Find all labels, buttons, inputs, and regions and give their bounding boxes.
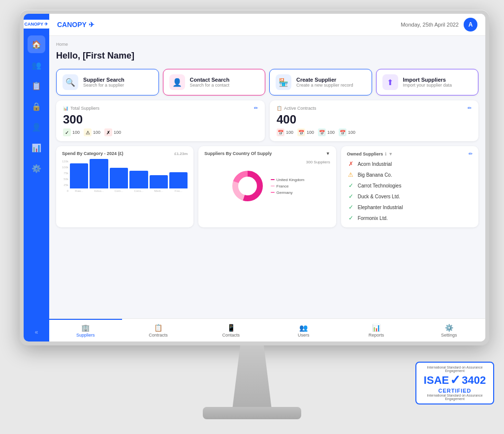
sidebar-item-documents[interactable]: 📋 — [28, 77, 45, 94]
bar-raw-label: Raw... — [75, 189, 83, 192]
calendar-icon-1: 📅 — [277, 128, 284, 136]
create-supplier-subtitle: Create a new supplier record — [296, 83, 353, 88]
supplier-badge-green: ✓ 100 — [63, 128, 80, 136]
user-avatar[interactable]: A — [464, 18, 477, 31]
sidebar-item-analytics[interactable]: 📊 — [28, 139, 45, 156]
bottom-nav: 🏢 Suppliers 📋 Contracts 📱 Contacts 👥 Use… — [49, 318, 485, 341]
sidebar-collapse-button[interactable]: « — [35, 329, 38, 336]
contact-search-card[interactable]: 👤 Contact Search Search for a contact — [163, 69, 266, 95]
page-title: Hello, [First Name] — [56, 51, 478, 61]
active-contracts-label: 📋 Active Contracts — [277, 106, 316, 111]
supplier-item-duck[interactable]: ✓ Duck & Covers Ltd. — [347, 192, 472, 201]
create-supplier-title: Create Supplier — [296, 77, 353, 83]
supplier-warning-icon: ⚠ — [347, 171, 355, 178]
create-supplier-icon: 🏪 — [276, 74, 291, 90]
contact-search-subtitle: Search for a contact — [190, 83, 230, 88]
settings-nav-icon: ⚙️ — [445, 324, 453, 332]
bar-com-fill — [110, 168, 128, 188]
nav-item-users[interactable]: 👥 Users — [267, 319, 340, 341]
supplier-search-subtitle: Search for a supplier — [83, 83, 125, 88]
legend-france: France — [271, 184, 305, 188]
active-contracts-value: 400 — [277, 113, 472, 126]
contract-badge-3: 📅 100 — [318, 128, 335, 136]
bar-chart-y-axis: 120k 100k 75k 50k 25k 0 — [62, 160, 70, 199]
sidebar-item-home[interactable]: 🏠 — [28, 35, 45, 53]
isae-text: ISAE — [424, 374, 449, 387]
sidebar-item-security[interactable]: 🔒 — [28, 97, 45, 115]
active-contracts-edit-button[interactable]: ✏ — [468, 105, 472, 111]
nav-item-reports[interactable]: 📊 Reports — [340, 319, 413, 341]
supplier-item-carrot[interactable]: ✓ Carrot Technologies — [347, 181, 472, 190]
active-contracts-card: 📋 Active Contracts ✏ 400 📅 100 — [270, 100, 478, 141]
bar-foo-fill — [169, 172, 188, 188]
supplier-search-title: Supplier Search — [83, 77, 125, 83]
total-suppliers-edit-button[interactable]: ✏ — [254, 105, 258, 111]
monitor-base — [203, 407, 301, 419]
contracts-nav-icon: 📋 — [154, 324, 162, 332]
isae-badge: International Standard on Assurance Enga… — [415, 362, 494, 404]
canopy-logo-icon: ✈ — [89, 21, 94, 29]
isae-certified-label: CERTIFIED — [421, 388, 488, 394]
reports-nav-icon: 📊 — [372, 324, 380, 332]
bar-raw-fill — [70, 163, 88, 188]
donut-chart-container: United Kingdom France Germany — [204, 166, 330, 206]
bar-indus-label: Indus... — [94, 189, 104, 192]
bar-chart: 120k 100k 75k 50k 25k 0 — [62, 160, 188, 199]
supplier-item-acorn[interactable]: ✗ Acorn Industrial — [347, 159, 472, 168]
supplier-search-card[interactable]: 🔍 Supplier Search Search for a supplier — [56, 69, 159, 95]
bar-indus-fill — [90, 159, 108, 188]
isae-checkmark: ✓ — [450, 372, 461, 388]
supplier-badge-yellow: ⚠ 100 — [84, 128, 100, 136]
contact-search-title: Contact Search — [190, 77, 230, 83]
info-icon: ℹ — [385, 152, 386, 156]
nav-item-contracts[interactable]: 📋 Contracts — [122, 319, 195, 341]
bar-cons-fill — [129, 171, 148, 188]
isae-top-text: International Standard on Assurance Enga… — [421, 366, 488, 372]
nav-item-settings[interactable]: ⚙️ Settings — [412, 319, 485, 341]
owned-suppliers-title: Owned Suppliers — [347, 152, 383, 156]
owned-suppliers-list: ✗ Acorn Industrial ⚠ Big Banana Co. ✓ Ca… — [347, 159, 472, 222]
stats-row: 📊 Total Suppliers ✏ 300 ✓ 100 — [56, 100, 478, 141]
reports-nav-label: Reports — [369, 333, 384, 338]
total-suppliers-value: 300 — [63, 113, 258, 126]
calendar-icon-2: 📅 — [297, 128, 305, 136]
error-icon: ✗ — [104, 128, 112, 136]
import-suppliers-card[interactable]: ⬆ Import Suppliers Import your supplier … — [376, 69, 479, 95]
bar-medi: Medi... — [150, 175, 168, 192]
suppliers-nav-icon: 🏢 — [81, 324, 90, 332]
svg-point-3 — [240, 178, 255, 194]
supplier-success-icon-2: ✓ — [347, 193, 355, 200]
monitor-stand — [232, 345, 272, 409]
bar-foo-label: Foo... — [175, 189, 182, 192]
calendar-icon-4: 📅 — [339, 128, 346, 136]
create-supplier-card[interactable]: 🏪 Create Supplier Create a new supplier … — [269, 69, 372, 95]
donut-legend: United Kingdom France Germany — [271, 178, 305, 195]
supplier-item-elephanter[interactable]: ✓ Elephanter Industrial — [347, 203, 472, 212]
sidebar-item-settings[interactable]: ⚙️ — [28, 159, 45, 177]
supplier-error-icon: ✗ — [347, 160, 355, 167]
breadcrumb: Home — [56, 42, 478, 47]
nav-item-suppliers[interactable]: 🏢 Suppliers — [49, 319, 122, 341]
owned-suppliers-dropdown-icon[interactable]: ▼ — [388, 152, 393, 156]
legend-uk: United Kingdom — [271, 178, 305, 182]
contacts-nav-label: Contacts — [222, 333, 240, 338]
supplier-item-formonix[interactable]: ✓ Formonix Ltd. — [347, 214, 472, 222]
spend-by-category-card: Spend By Category - 2024 (£) £1.23m 120k… — [56, 146, 193, 227]
donut-chart-svg — [230, 169, 265, 203]
isae-number: 3402 — [462, 374, 486, 387]
active-contracts-badges: 📅 100 📅 100 📅 100 — [277, 128, 472, 136]
supplier-item-banana[interactable]: ⚠ Big Banana Co. — [347, 170, 472, 179]
isae-bottom-text: International Standard on Assurance Enga… — [421, 394, 488, 401]
warning-icon: ⚠ — [84, 128, 92, 136]
supplier-name-elephanter: Elephanter Industrial — [358, 205, 403, 210]
owned-suppliers-edit-button[interactable]: ✏ — [469, 151, 472, 156]
topbar-date: Monday, 25th April 2022 — [401, 22, 459, 28]
contract-badge-2: 📅 100 — [297, 128, 314, 136]
total-suppliers-label: 📊 Total Suppliers — [63, 106, 99, 111]
nav-item-contacts[interactable]: 📱 Contacts — [194, 319, 267, 341]
bar-com-label: Com... — [115, 189, 124, 192]
import-suppliers-title: Import Suppliers — [403, 77, 452, 83]
sidebar-item-users[interactable]: 👥 — [28, 56, 45, 74]
charts-row: Spend By Category - 2024 (£) £1.23m 120k… — [56, 146, 478, 227]
sidebar-item-profile[interactable]: 👤 — [28, 118, 45, 136]
